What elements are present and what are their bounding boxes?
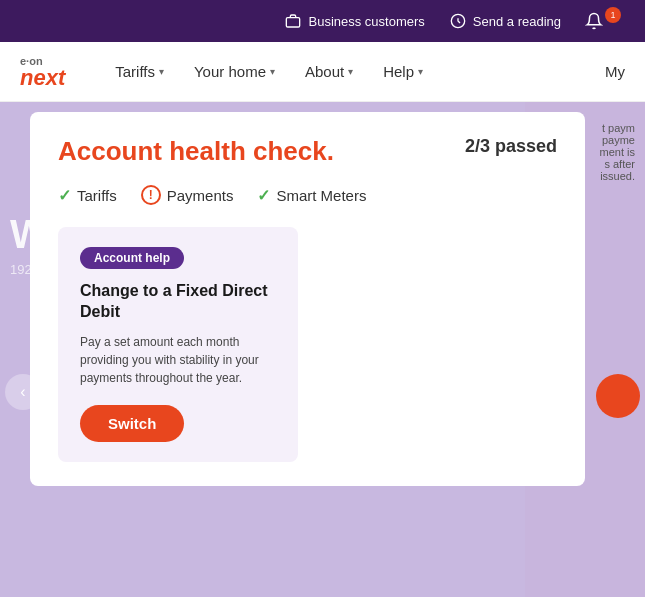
switch-button[interactable]: Switch xyxy=(80,405,184,442)
nav-tariffs[interactable]: Tariffs ▾ xyxy=(115,63,164,80)
check-green-icon: ✓ xyxy=(58,186,71,205)
account-help-badge: Account help xyxy=(80,247,184,269)
action-card-description: Pay a set amount each month providing yo… xyxy=(80,333,276,387)
nav-bar: e·on next Tariffs ▾ Your home ▾ About ▾ … xyxy=(0,42,645,102)
modal-overlay: Account health check. 2/3 passed ✓ Tarif… xyxy=(0,102,645,597)
nav-help[interactable]: Help ▾ xyxy=(383,63,423,80)
nav-your-home[interactable]: Your home ▾ xyxy=(194,63,275,80)
nav-about[interactable]: About ▾ xyxy=(305,63,353,80)
page-background: Wo 192 G t paym payme ment is s after is… xyxy=(0,102,645,597)
notification-count: 1 xyxy=(605,7,621,23)
check-smart-meters: ✓ Smart Meters xyxy=(257,186,366,205)
send-reading-link[interactable]: Send a reading xyxy=(449,12,561,30)
briefcase-icon xyxy=(284,12,302,30)
nav-my[interactable]: My xyxy=(605,63,625,80)
check-payments-label: Payments xyxy=(167,187,234,204)
logo-next: next xyxy=(20,67,65,89)
check-tariffs-label: Tariffs xyxy=(77,187,117,204)
logo[interactable]: e·on next xyxy=(20,55,65,89)
business-customers-link[interactable]: Business customers xyxy=(284,12,424,30)
chevron-down-icon: ▾ xyxy=(159,66,164,77)
check-warning-icon: ! xyxy=(141,185,161,205)
svg-rect-0 xyxy=(287,18,300,27)
meter-icon xyxy=(449,12,467,30)
health-check-card: Account health check. 2/3 passed ✓ Tarif… xyxy=(30,112,585,486)
chevron-down-icon: ▾ xyxy=(418,66,423,77)
chevron-down-icon: ▾ xyxy=(348,66,353,77)
check-smart-meters-label: Smart Meters xyxy=(276,187,366,204)
check-green-icon-2: ✓ xyxy=(257,186,270,205)
health-check-title: Account health check. xyxy=(58,136,334,167)
notification-bell[interactable]: 1 xyxy=(585,12,625,30)
top-bar: Business customers Send a reading 1 xyxy=(0,0,645,42)
check-payments: ! Payments xyxy=(141,185,234,205)
chevron-down-icon: ▾ xyxy=(270,66,275,77)
health-card-header: Account health check. 2/3 passed xyxy=(58,136,557,167)
check-tariffs: ✓ Tariffs xyxy=(58,186,117,205)
action-card-title: Change to a Fixed Direct Debit xyxy=(80,281,276,323)
passed-badge: 2/3 passed xyxy=(465,136,557,157)
checks-row: ✓ Tariffs ! Payments ✓ Smart Meters xyxy=(58,185,557,205)
action-card: Account help Change to a Fixed Direct De… xyxy=(58,227,298,462)
